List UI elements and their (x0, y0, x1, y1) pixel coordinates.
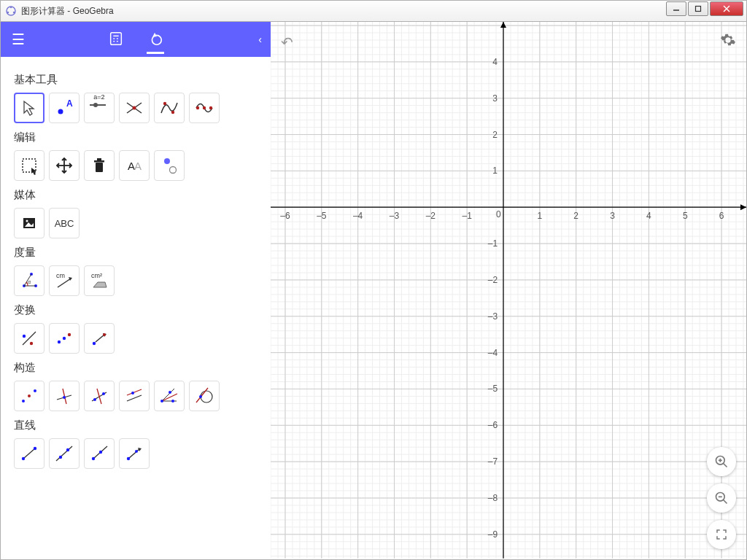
tool-angle[interactable]: α (14, 265, 44, 296)
svg-point-3 (10, 7, 12, 8)
svg-text:–5: –5 (317, 211, 327, 221)
tool-panel: 基本工具 A a=2 编辑 AA 媒体 ABC (1, 57, 271, 559)
tool-intersect[interactable] (119, 93, 150, 123)
tool-move[interactable] (14, 93, 44, 123)
svg-line-46 (23, 332, 36, 345)
tool-copy-style[interactable] (154, 150, 185, 181)
svg-point-63 (93, 398, 96, 401)
svg-text:–6: –6 (280, 211, 290, 221)
tool-reflect-point[interactable] (49, 323, 80, 354)
svg-rect-31 (94, 160, 104, 163)
close-button[interactable] (710, 1, 743, 16)
tool-point[interactable]: A (49, 93, 80, 123)
svg-rect-8 (111, 32, 122, 44)
svg-line-66 (127, 389, 142, 395)
svg-text:3: 3 (610, 211, 615, 221)
svg-text:–1: –1 (488, 238, 498, 249)
tool-select[interactable] (14, 150, 44, 181)
svg-text:cm: cm (56, 272, 65, 279)
svg-point-55 (22, 400, 25, 402)
maximize-button[interactable] (688, 1, 708, 16)
svg-point-1 (7, 12, 9, 13)
svg-point-54 (103, 333, 106, 336)
svg-point-52 (93, 342, 96, 345)
svg-line-80 (56, 446, 72, 461)
svg-text:–2: –2 (426, 211, 436, 221)
graph-canvas[interactable]: –6–5–4–3–2–101234564321–1–2–3–4–5–6–7–8–… (271, 22, 746, 559)
tool-image[interactable] (14, 208, 44, 238)
tool-angle-bisector[interactable] (154, 381, 185, 411)
svg-point-49 (58, 341, 61, 343)
svg-line-77 (23, 448, 35, 459)
svg-rect-32 (97, 158, 101, 160)
svg-point-85 (99, 451, 102, 454)
section-basic-title: 基本工具 (14, 73, 258, 87)
tool-label[interactable]: AA (119, 150, 150, 181)
svg-rect-5 (696, 7, 701, 12)
tool-line[interactable] (49, 438, 80, 469)
tool-parallel[interactable] (119, 381, 150, 411)
zoom-in-button[interactable] (707, 447, 736, 476)
tool-delete[interactable] (84, 150, 115, 181)
tab-algebra[interactable] (107, 25, 125, 54)
svg-line-69 (162, 389, 174, 401)
tool-translate[interactable] (84, 323, 115, 354)
tool-slider[interactable]: a=2 (84, 93, 115, 123)
collapse-sidebar-button[interactable]: ‹ (258, 34, 262, 45)
svg-point-88 (135, 450, 138, 453)
sidebar-topbar: ☰ ‹ (1, 22, 271, 57)
svg-point-36 (26, 220, 28, 222)
graph-view[interactable]: ↶ –6–5–4–3–2–101234564321–1–2–3–4–5–6–7–… (271, 22, 746, 559)
window-title: 图形计算器 - GeoGebra (21, 5, 666, 18)
tool-tangent[interactable] (189, 381, 220, 411)
tool-midpoint[interactable] (14, 381, 44, 411)
svg-point-23 (171, 111, 174, 114)
tool-segment[interactable] (14, 438, 44, 469)
svg-point-72 (171, 400, 174, 402)
fullscreen-button[interactable] (707, 520, 736, 549)
tool-text[interactable]: ABC (49, 208, 80, 238)
svg-point-71 (160, 400, 163, 402)
svg-text:–1: –1 (462, 211, 473, 221)
svg-point-76 (199, 395, 202, 398)
settings-button[interactable] (716, 28, 740, 56)
svg-text:–6: –6 (488, 420, 498, 430)
svg-text:–4: –4 (353, 211, 363, 221)
svg-line-53 (96, 335, 104, 342)
section-construct-title: 构造 (14, 361, 258, 375)
svg-text:1: 1 (492, 166, 498, 176)
tool-area[interactable]: cm² (84, 265, 115, 296)
zoom-out-button[interactable] (707, 483, 736, 513)
svg-text:–7: –7 (488, 456, 498, 467)
app-icon (5, 5, 17, 17)
svg-text:6: 6 (719, 211, 724, 221)
svg-text:3: 3 (492, 93, 498, 104)
tool-ray[interactable] (84, 438, 115, 469)
svg-text:–4: –4 (488, 348, 498, 358)
tool-vector[interactable] (119, 438, 150, 469)
tool-extremum[interactable] (154, 93, 185, 123)
tool-move-view[interactable] (49, 150, 80, 181)
tool-perp-bisector[interactable] (84, 381, 115, 411)
undo-button[interactable]: ↶ (276, 29, 298, 55)
svg-line-44 (58, 279, 71, 287)
svg-text:–5: –5 (488, 384, 498, 394)
menu-button[interactable]: ☰ (1, 31, 36, 48)
tool-perpendicular[interactable] (49, 381, 80, 411)
svg-point-78 (22, 457, 25, 460)
svg-text:0: 0 (496, 209, 501, 219)
svg-point-67 (131, 392, 134, 394)
svg-line-86 (128, 449, 139, 459)
svg-point-84 (92, 457, 95, 460)
svg-point-15 (58, 109, 63, 114)
svg-text:–3: –3 (488, 311, 498, 322)
tool-reflect-line[interactable] (14, 323, 44, 354)
tab-tools[interactable] (147, 25, 164, 54)
svg-point-14 (152, 35, 161, 44)
minimize-button[interactable] (666, 1, 686, 16)
tool-roots[interactable] (189, 93, 220, 123)
svg-point-34 (170, 167, 177, 174)
svg-point-79 (34, 447, 36, 450)
tool-distance[interactable]: cm (49, 265, 80, 296)
svg-point-26 (209, 106, 212, 109)
